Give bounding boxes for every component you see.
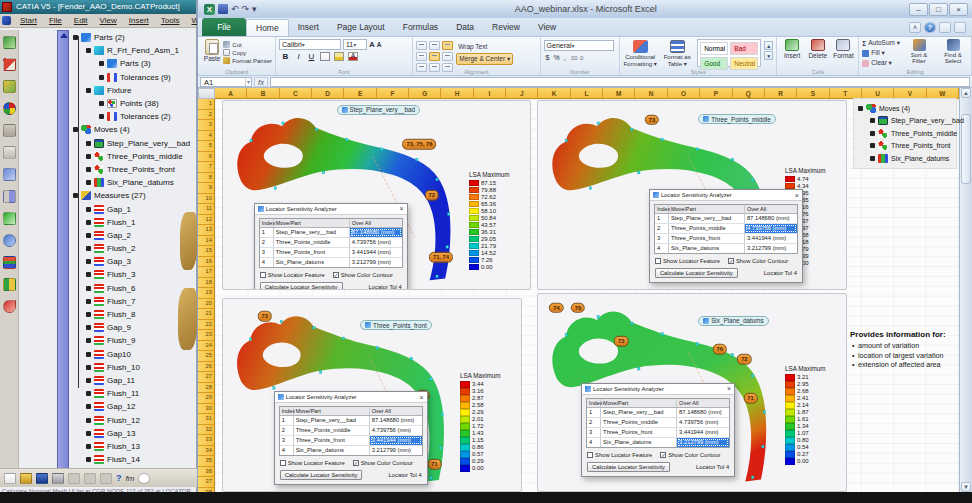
check-icon[interactable]	[3, 212, 16, 225]
close-icon[interactable]: ×	[400, 205, 404, 212]
dialog-title-bar[interactable]: Locator Sensitivity Analyzer ×	[275, 392, 427, 403]
maximize-button[interactable]: □	[929, 3, 948, 16]
catia-tool-icon[interactable]	[3, 58, 16, 71]
row-header[interactable]: 16	[198, 257, 215, 268]
row-header[interactable]: 6	[198, 152, 215, 163]
clear-button[interactable]: Clear ▾	[862, 59, 900, 67]
row-header[interactable]: 20	[198, 299, 215, 310]
measure-bubble[interactable]: 71, 74	[429, 252, 453, 263]
tree-node-icon[interactable]	[86, 299, 91, 304]
tree-node-icon[interactable]	[86, 48, 91, 53]
row-header[interactable]: 26	[198, 362, 215, 373]
catia-tree-item[interactable]: Flush_11	[86, 387, 196, 400]
tree-node-icon[interactable]	[86, 418, 91, 423]
catia-tree-item[interactable]: Gap10	[86, 348, 196, 361]
catia-tree-item[interactable]: Flush_3	[86, 268, 196, 281]
measure-bubble[interactable]: 73	[645, 115, 659, 126]
catia-tool-icon[interactable]	[3, 256, 16, 269]
insert-cells-button[interactable]: Insert	[780, 39, 804, 67]
row-header[interactable]: 17	[198, 267, 215, 278]
catia-tree-item[interactable]: Six_Plane_datums	[86, 176, 196, 189]
column-header[interactable]: F	[377, 88, 409, 99]
checkbox-checked-icon[interactable]: ✓	[353, 460, 359, 466]
catia-menu-item[interactable]: File	[43, 16, 68, 25]
table-row[interactable]: 2 Three_Points_middle 4.739756 (mm)	[280, 426, 422, 436]
catia-tree-item[interactable]: Fixture	[86, 84, 196, 97]
checkbox-checked-icon[interactable]: ✓	[660, 452, 666, 458]
percent-button[interactable]: %	[553, 54, 559, 61]
row-header[interactable]: 10	[198, 194, 215, 205]
row-header[interactable]: 18	[198, 278, 215, 289]
table-row[interactable]: 3 Three_Points_front 3.441944 (mm)	[655, 234, 797, 244]
measure-bubble[interactable]: 72	[425, 190, 439, 201]
fill-button[interactable]: Fill ▾	[862, 49, 900, 57]
dialog-title-bar[interactable]: Locator Sensitivity Analyzer ×	[582, 384, 734, 395]
column-header[interactable]: I	[474, 88, 506, 99]
row-header[interactable]: 12	[198, 215, 215, 226]
tab-file[interactable]: File	[202, 18, 246, 36]
tree-node-icon[interactable]	[86, 444, 91, 449]
grow-font-button[interactable]: A	[369, 40, 375, 49]
catia-tree-item[interactable]: Three_Points_front	[86, 163, 196, 176]
tab-review[interactable]: Review	[483, 19, 529, 36]
table-row[interactable]: 1 Step_Plane_very__bad 87.148680 (mm)	[280, 416, 422, 426]
row-header[interactable]: 33	[198, 435, 215, 446]
number-format-select[interactable]: General▾	[544, 40, 614, 51]
tree-node-icon[interactable]	[86, 246, 91, 251]
calculate-sensitivity-button[interactable]: Calculate Locator Sensitivity	[260, 282, 343, 290]
font-family-select[interactable]: Calibri▾	[279, 39, 341, 50]
catia-tool-icon[interactable]	[3, 124, 16, 137]
row-header[interactable]: 13	[198, 225, 215, 236]
format-painter-button[interactable]: Format Painter	[223, 57, 272, 64]
catia-tree-item[interactable]: R_Frt_Fend_Asm_1	[86, 44, 196, 57]
tree-node-icon[interactable]	[86, 207, 91, 212]
column-header[interactable]: L	[571, 88, 603, 99]
tree-node-icon[interactable]	[86, 220, 91, 225]
undo-icon[interactable]: ↶	[231, 4, 239, 14]
table-row[interactable]: 1 Step_Plane_very__bad 87.148680 (mm)	[587, 408, 729, 418]
scroll-up-icon[interactable]	[60, 33, 68, 38]
font-size-select[interactable]: 11▾	[343, 39, 367, 50]
calculate-sensitivity-button[interactable]: Calculate Locator Sensitivity	[280, 470, 363, 480]
show-locator-feature-checkbox[interactable]: Show Locator Feature	[280, 460, 345, 466]
tree-node-icon[interactable]	[73, 35, 78, 40]
catia-tree-item[interactable]: Tolerances (2)	[99, 110, 196, 123]
scroll-up-icon[interactable]: ▲	[961, 88, 971, 98]
tab-insert[interactable]: Insert	[289, 19, 328, 36]
tree-node-icon[interactable]	[86, 141, 91, 146]
tree-node-icon[interactable]	[99, 101, 104, 106]
decimal-buttons[interactable]: .00 .0	[570, 55, 584, 61]
show-color-contour-checkbox[interactable]: ✓Show Color Contour	[660, 452, 720, 458]
scroll-thumb[interactable]	[961, 114, 971, 184]
cut-button[interactable]: Cut	[223, 41, 272, 48]
measure-bubble[interactable]: 73, 75, 76	[403, 139, 437, 150]
row-header[interactable]: 8	[198, 173, 215, 184]
catia-tree-item[interactable]: Step_Plane_very__bad	[86, 137, 196, 150]
copy-button[interactable]: Copy	[223, 49, 272, 56]
table-row[interactable]: 4 Six_Plane_datums 3.212799 (mm)	[655, 244, 797, 253]
dialog-title-bar[interactable]: Locator Sensitivity Analyzer ×	[255, 204, 407, 215]
column-header[interactable]: S	[797, 88, 829, 99]
table-row[interactable]: 3 Three_Points_front 3.441944 (mm)	[280, 436, 422, 446]
select-all-corner[interactable]	[198, 88, 215, 99]
align-center-button[interactable]	[429, 52, 440, 61]
catia-tree-item[interactable]: Gap_1	[86, 202, 196, 215]
formula-input[interactable]	[270, 77, 970, 87]
move-label-callout[interactable]: Six_Plane_datums	[698, 316, 769, 326]
tree-node-icon[interactable]	[73, 127, 78, 132]
row-header[interactable]: 9	[198, 183, 215, 194]
catia-tree-item[interactable]: Gap_11	[86, 374, 196, 387]
new-document-icon[interactable]	[4, 473, 16, 484]
row-header[interactable]: 22	[198, 320, 215, 331]
minimize-button[interactable]: –	[909, 3, 928, 16]
close-icon[interactable]: ×	[795, 192, 799, 199]
chart-panel-three-points-front[interactable]: Three_Points_front 737271 LSA Maximum 3.…	[222, 298, 522, 492]
catia-tool-icon[interactable]	[3, 300, 16, 313]
catia-menu-item[interactable]: Edit	[68, 16, 94, 25]
catia-tree-item[interactable]: Flush_13	[86, 440, 196, 453]
cell-style-option[interactable]: Normal	[700, 42, 728, 55]
shrink-font-button[interactable]: A	[377, 41, 382, 48]
help-icon[interactable]: ?	[116, 473, 122, 483]
show-locator-feature-checkbox[interactable]: Show Locator Feature	[587, 452, 652, 458]
row-header[interactable]: 3	[198, 120, 215, 131]
